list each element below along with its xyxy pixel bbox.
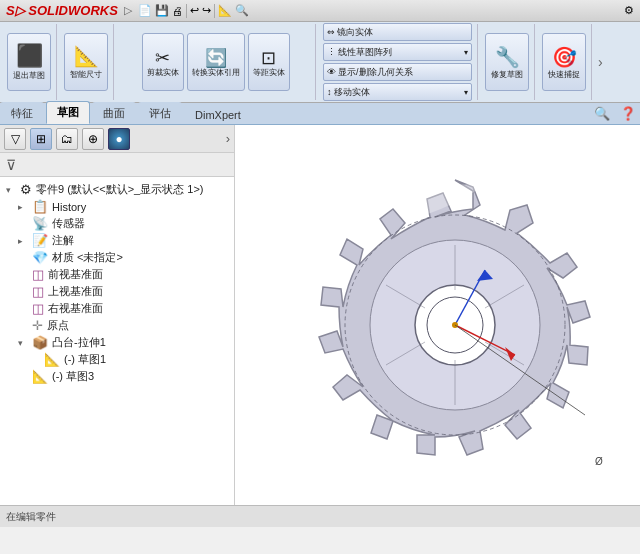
ribbon-expand[interactable]: ›	[594, 24, 607, 100]
tree-item-note[interactable]: ▸ 📝 注解	[0, 232, 234, 249]
panel-btn-filter[interactable]: ▽	[4, 128, 26, 150]
exit-sketch-button[interactable]: ⬛ 退出草图	[7, 33, 51, 91]
tree-label-sketch3: (-) 草图3	[52, 369, 94, 384]
tab-evaluate[interactable]: 评估	[138, 102, 182, 124]
toolbar-icon[interactable]: ⚙	[624, 4, 634, 17]
ribbon-section-exit-sketch: ⬛ 退出草图	[2, 24, 57, 100]
ribbon-section-array: ⇔ 镜向实体 ⋮ 线性草图阵列 ▾ 👁 显示/删除几何关系 ↕ 移动实体 ▾	[318, 24, 478, 100]
tree-icon-sensor: 📡	[32, 216, 48, 231]
tree-item-sketch3[interactable]: 📐 (-) 草图3	[0, 368, 234, 385]
tree-item-front-plane[interactable]: ◫ 前视基准面	[0, 266, 234, 283]
toolbar-icon[interactable]: 📐	[218, 4, 232, 17]
panel-btn-tree2[interactable]: 🗂	[56, 128, 78, 150]
smart-dim-label: 智能尺寸	[70, 70, 102, 80]
search-icon[interactable]: 🔍	[588, 103, 616, 124]
status-bar: 在编辑零件	[0, 505, 640, 527]
move-dropdown: ▾	[464, 88, 468, 97]
tabs-strip: 特征 草图 曲面 评估 DimXpert 🔍 ❓	[0, 103, 640, 125]
show-hide-button[interactable]: 👁 显示/删除几何关系	[323, 63, 472, 81]
tree-label-origin: 原点	[47, 318, 69, 333]
trim-icon: ✂	[155, 47, 170, 69]
tree-label-history: History	[52, 201, 86, 213]
show-hide-label: 显示/删除几何关系	[338, 66, 413, 79]
trim-label: 剪裁实体	[147, 69, 179, 78]
linear-array-icon: ⋮	[327, 47, 336, 57]
ribbon-section-repair: 🔧 修复草图	[480, 24, 535, 100]
tree-label-right-plane: 右视基准面	[48, 301, 103, 316]
tree-arrow-boss-extrude1: ▾	[18, 338, 30, 348]
tree-item-origin[interactable]: ✛ 原点	[0, 317, 234, 334]
offset-button[interactable]: ⊡ 等距实体	[248, 33, 290, 91]
tab-features[interactable]: 特征	[0, 102, 44, 124]
panel-toolbar: ▽ ⊞ 🗂 ⊕ ● ›	[0, 125, 234, 153]
help-icon[interactable]: ❓	[616, 103, 640, 124]
tree-item-right-plane[interactable]: ◫ 右视基准面	[0, 300, 234, 317]
tab-dimxpert[interactable]: DimXpert	[184, 105, 252, 124]
toolbar-icon[interactable]: ↪	[202, 4, 211, 17]
linear-array-button[interactable]: ⋮ 线性草图阵列 ▾	[323, 43, 472, 61]
tree-item-sketch1[interactable]: 📐 (-) 草图1	[0, 351, 234, 368]
tree-label-front-plane: 前视基准面	[48, 267, 103, 282]
title-bar: S▷ SOLIDWORKS ▷ 📄 💾 🖨 ↩ ↪ 📐 🔍 ⚙	[0, 0, 640, 22]
exit-sketch-icon: ⬛	[16, 43, 43, 69]
dropdown-arrow: ▾	[464, 48, 468, 57]
toolbar-icon[interactable]: 📄	[138, 4, 152, 17]
tree-item-root[interactable]: ▾ ⚙ 零件9 (默认<<默认>_显示状态 1>)	[0, 181, 234, 198]
tree-arrow-note: ▸	[18, 236, 30, 246]
tree-icon-right-plane: ◫	[32, 301, 44, 316]
show-hide-icon: 👁	[327, 67, 336, 77]
canvas-area[interactable]: Ø	[235, 125, 640, 505]
offset-icon: ⊡	[261, 47, 276, 69]
tree-label-sensor: 传感器	[52, 216, 85, 231]
ribbon-section-sketch-tools: ✂ 剪裁实体 🔄 转换实体引用 ⊡ 等距实体	[116, 24, 316, 100]
panel-btn-tree1[interactable]: ⊞	[30, 128, 52, 150]
quick-snap-icon: 🎯	[552, 45, 577, 69]
tree-item-top-plane[interactable]: ◫ 上视基准面	[0, 283, 234, 300]
feature-tree[interactable]: ▾ ⚙ 零件9 (默认<<默认>_显示状态 1>) ▸ 📋 History 📡 …	[0, 177, 234, 505]
mirror-solid-button[interactable]: ⇔ 镜向实体	[323, 23, 472, 41]
smart-dim-button[interactable]: 📐 智能尺寸	[64, 33, 108, 91]
panel-btn-display[interactable]: ●	[108, 128, 130, 150]
mirror-solid-icon: ⇔	[327, 27, 335, 37]
ribbon-section-smart-dim: 📐 智能尺寸	[59, 24, 114, 100]
toolbar-icon[interactable]: 🖨	[172, 5, 183, 17]
expand-icon[interactable]: ›	[598, 54, 603, 70]
tree-item-history[interactable]: ▸ 📋 History	[0, 198, 234, 215]
tree-item-material[interactable]: 💎 材质 <未指定>	[0, 249, 234, 266]
svg-text:Ø: Ø	[595, 456, 603, 467]
panel-expand-arrow[interactable]: ›	[226, 131, 230, 146]
toolbar-icon[interactable]: 💾	[155, 4, 169, 17]
tree-label-material: 材质 <未指定>	[52, 250, 123, 265]
quick-snap-button[interactable]: 🎯 快速捕捉	[542, 33, 586, 91]
tree-item-sensor[interactable]: 📡 传感器	[0, 215, 234, 232]
toolbar-icon[interactable]: 🔍	[235, 4, 249, 17]
move-label: 移动实体	[334, 86, 370, 99]
tree-icon-top-plane: ◫	[32, 284, 44, 299]
tree-label-boss-extrude1: 凸台-拉伸1	[52, 335, 106, 350]
ribbon-content: ⬛ 退出草图 📐 智能尺寸 ✂ 剪裁实体 🔄 转换实体引用	[0, 22, 640, 102]
tree-icon-history: 📋	[32, 199, 48, 214]
tree-icon-material: 💎	[32, 250, 48, 265]
tab-surface[interactable]: 曲面	[92, 102, 136, 124]
move-button[interactable]: ↕ 移动实体 ▾	[323, 83, 472, 101]
tab-sketch[interactable]: 草图	[46, 101, 90, 124]
trim-button[interactable]: ✂ 剪裁实体	[142, 33, 184, 91]
tree-icon-front-plane: ◫	[32, 267, 44, 282]
move-icon: ↕	[327, 87, 332, 97]
tree-item-boss-extrude1[interactable]: ▾ 📦 凸台-拉伸1	[0, 334, 234, 351]
tree-icon-sketch3: 📐	[32, 369, 48, 384]
app-logo: S▷ SOLIDWORKS	[6, 3, 118, 18]
tree-arrow-root: ▾	[6, 185, 18, 195]
ribbon-section-quick-snap: 🎯 快速捕捉	[537, 24, 592, 100]
toolbar-icon[interactable]: ↩	[190, 4, 199, 17]
panel-btn-props[interactable]: ⊕	[82, 128, 104, 150]
smart-dim-icon: 📐	[74, 44, 99, 68]
exit-sketch-label: 退出草图	[13, 71, 45, 81]
repair-icon: 🔧	[495, 45, 520, 69]
tree-label-top-plane: 上视基准面	[48, 284, 103, 299]
convert-button[interactable]: 🔄 转换实体引用	[187, 33, 245, 91]
repair-button[interactable]: 🔧 修复草图	[485, 33, 529, 91]
toolbar-sep	[186, 4, 187, 18]
tree-icon-sketch1: 📐	[44, 352, 60, 367]
solidworks-logo: S▷ SOLIDWORKS	[6, 3, 118, 18]
